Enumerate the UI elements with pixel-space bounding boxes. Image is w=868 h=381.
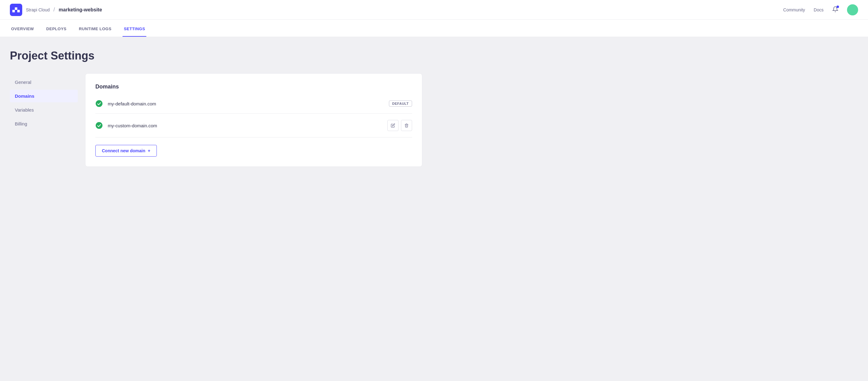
strapi-logo-icon [12,6,20,13]
avatar[interactable] [847,4,858,15]
domains-panel: Domains my-default-domain.com DEFAULT my… [85,73,422,167]
sidebar-item-general[interactable]: General [10,76,78,89]
notifications-bell[interactable] [832,6,838,13]
tab-deploys[interactable]: DEPLOYS [45,27,68,37]
domains-panel-title: Domains [95,83,412,90]
delete-domain-button[interactable] [401,120,412,131]
page-content: Project Settings General Domains Variabl… [0,37,432,179]
topnav-right: Community Docs [783,4,858,15]
topnav-left: Strapi Cloud / marketing-website [10,4,102,16]
tabs-bar: OVERVIEW DEPLOYS RUNTIME LOGS SETTINGS [0,20,868,37]
project-name: marketing-website [59,7,102,13]
breadcrumb-separator: / [53,6,55,13]
domain-name-default: my-default-domain.com [108,101,385,106]
settings-layout: General Domains Variables Billing Domain… [10,73,422,167]
connect-button-label: Connect new domain [102,148,145,153]
edit-icon [391,123,395,128]
sidebar-item-billing[interactable]: Billing [10,117,78,130]
connect-new-domain-button[interactable]: Connect new domain + [95,145,157,157]
domain-row-custom: my-custom-domain.com [95,114,412,137]
default-badge: DEFAULT [389,101,412,107]
notification-dot [837,5,839,8]
sidebar-item-domains[interactable]: Domains [10,90,78,102]
domain-row-default: my-default-domain.com DEFAULT [95,97,412,114]
domain-name-custom: my-custom-domain.com [108,123,388,128]
svg-point-1 [96,122,102,129]
tab-runtime-logs[interactable]: RUNTIME LOGS [78,27,113,37]
page-title: Project Settings [10,49,422,62]
top-navigation: Strapi Cloud / marketing-website Communi… [0,0,868,20]
check-icon-custom [95,122,103,129]
domain-actions [388,120,412,131]
check-icon-default [95,100,103,107]
community-link[interactable]: Community [783,7,805,12]
svg-point-0 [96,100,102,107]
tab-settings[interactable]: SETTINGS [123,27,146,37]
tab-overview[interactable]: OVERVIEW [10,27,35,37]
connect-button-icon: + [148,148,150,153]
strapi-cloud-label: Strapi Cloud [26,7,50,12]
trash-icon [404,123,409,128]
edit-domain-button[interactable] [388,120,399,131]
sidebar-item-variables[interactable]: Variables [10,104,78,116]
strapi-logo[interactable] [10,4,22,16]
docs-link[interactable]: Docs [814,7,824,12]
settings-sidebar: General Domains Variables Billing [10,73,78,167]
